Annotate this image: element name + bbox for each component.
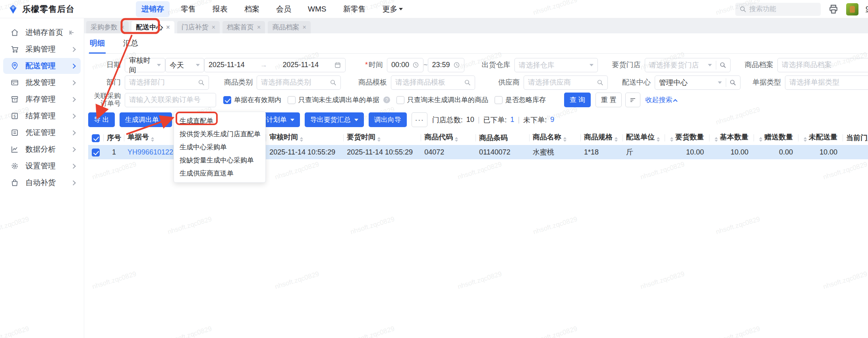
col-product-code[interactable]: 商品代码: [421, 131, 476, 145]
category-input[interactable]: [257, 75, 341, 90]
warehouse-select[interactable]: 请选择仓库: [514, 58, 598, 72]
menu-item-generate-center-purchase[interactable]: 生成中心采购单: [174, 141, 265, 154]
sort-icon[interactable]: [377, 135, 381, 143]
select-all-checkbox[interactable]: [92, 134, 100, 142]
collapse-sidebar-icon[interactable]: [68, 29, 75, 36]
sort-icon[interactable]: [151, 135, 154, 143]
checkbox-no-transfer-product[interactable]: 只查询未生成调出单的商品: [396, 95, 488, 104]
collapse-search-link[interactable]: 收起搜索: [645, 95, 678, 104]
sidebar-item-delivery[interactable]: 配送管理: [3, 58, 81, 74]
close-icon[interactable]: ×: [257, 24, 261, 31]
tab-store-replenish[interactable]: 门店补货×: [177, 21, 220, 33]
global-search[interactable]: [735, 3, 821, 16]
checkbox-ignore-stock[interactable]: 是否忽略库存: [495, 95, 546, 104]
sort-icon[interactable]: [657, 135, 660, 143]
search-icon[interactable]: [198, 79, 205, 86]
nav-item-inventory[interactable]: 进销存: [136, 1, 170, 17]
doc-no-link[interactable]: YH99661012281: [128, 148, 181, 156]
more-actions-button[interactable]: ···: [412, 112, 427, 127]
menu-item-store-direct-by-supply-relation[interactable]: 按供货关系生成门店直配单: [174, 127, 265, 141]
template-input[interactable]: [391, 75, 475, 90]
tab-archive-home[interactable]: 档案首页×: [222, 21, 265, 33]
nav-item-more[interactable]: 更多: [377, 1, 408, 17]
close-icon[interactable]: ×: [121, 24, 124, 31]
export-demand-summary-button[interactable]: 导出要货汇总: [305, 112, 364, 127]
sidebar-item-settings[interactable]: 设置管理: [3, 158, 81, 174]
tab-product-archive[interactable]: 商品档案×: [268, 21, 310, 33]
nav-item-archives[interactable]: 档案: [239, 1, 265, 17]
checkbox-on-icon[interactable]: [223, 96, 231, 104]
menu-item-generate-direct-delivery[interactable]: 生成直配单: [174, 114, 265, 127]
start-time-picker[interactable]: 00:00: [387, 58, 423, 72]
nav-item-wms[interactable]: WMS: [302, 2, 332, 16]
export-button[interactable]: 导 出: [88, 112, 115, 127]
search-icon[interactable]: [330, 79, 336, 86]
col-spec[interactable]: 商品规格: [581, 131, 623, 145]
sidebar-item-analytics[interactable]: 数据分析: [3, 141, 81, 157]
checkbox-doc-valid[interactable]: 单据在有效期内: [223, 95, 281, 104]
nav-item-new-retail[interactable]: 新零售: [337, 1, 371, 17]
row-checkbox[interactable]: [92, 149, 100, 156]
sort-icon[interactable]: [715, 135, 718, 143]
subtab-summary[interactable]: 汇总: [122, 37, 139, 53]
printer-icon[interactable]: [828, 4, 839, 15]
sidebar-item-voucher[interactable]: 凭证管理: [3, 125, 81, 141]
sidebar-item-purchase[interactable]: 采购管理: [3, 41, 81, 57]
col-product-name[interactable]: 商品名称: [530, 131, 581, 145]
transfer-wizard-button[interactable]: 调出向导: [369, 112, 407, 127]
checkbox-off-icon[interactable]: [288, 96, 296, 104]
close-icon[interactable]: ×: [302, 24, 306, 31]
col-undelivered-qty[interactable]: 未配送量: [798, 131, 843, 145]
product-input[interactable]: [777, 58, 868, 72]
col-audit-time[interactable]: 审核时间: [266, 131, 344, 145]
date-preset-select[interactable]: 今天: [165, 58, 204, 72]
nav-item-reports[interactable]: 报表: [207, 1, 233, 17]
close-icon[interactable]: ×: [212, 24, 215, 31]
col-base-qty[interactable]: 基本数量: [709, 131, 754, 145]
dept-input[interactable]: [125, 75, 209, 90]
search-icon[interactable]: [719, 62, 726, 68]
search-icon[interactable]: [597, 79, 603, 86]
sidebar-item-wholesale[interactable]: 批发管理: [3, 75, 81, 91]
sidebar-item-inventory-mgmt[interactable]: 库存管理: [3, 91, 81, 107]
search-icon[interactable]: [729, 79, 736, 86]
subtab-detail[interactable]: 明细: [89, 37, 106, 54]
col-unit[interactable]: 配送单位: [623, 131, 665, 145]
sort-icon[interactable]: [804, 135, 807, 143]
col-demand-qty[interactable]: 要货数量: [665, 131, 709, 145]
tab-delivery-center[interactable]: 配送中心×: [131, 21, 174, 33]
doctype-input[interactable]: [785, 75, 868, 90]
generate-transfer-out-button[interactable]: 生成调出单: [120, 112, 172, 127]
po-input[interactable]: [125, 93, 216, 107]
close-icon[interactable]: ×: [166, 24, 170, 31]
sidebar-item-settlement[interactable]: $ 结算管理: [3, 108, 81, 124]
tab-purchase-params[interactable]: 采购参数×: [86, 21, 129, 33]
end-time-picker[interactable]: 23:59: [428, 58, 464, 72]
column-settings-button[interactable]: [625, 93, 640, 107]
col-gift-qty[interactable]: 赠送数量: [754, 131, 798, 145]
checkbox-off-icon[interactable]: [495, 96, 503, 104]
supplier-input[interactable]: [524, 75, 608, 90]
center-select[interactable]: 管理中心: [655, 75, 740, 90]
nav-item-members[interactable]: 会员: [271, 1, 297, 17]
store-select[interactable]: 请选择要货门店: [645, 58, 731, 72]
user-avatar[interactable]: [846, 3, 858, 15]
sidebar-item-home[interactable]: 进销存首页: [3, 25, 81, 41]
sort-icon[interactable]: [455, 135, 458, 143]
checkbox-off-icon[interactable]: [396, 96, 404, 104]
date-range-picker[interactable]: 2025-11-14 → 2025-11-14: [204, 58, 346, 72]
checkbox-no-transfer-doc[interactable]: 只查询未生成调出单的单据?: [288, 95, 390, 104]
sort-icon[interactable]: [670, 135, 673, 143]
nav-item-retail[interactable]: 零售: [175, 1, 201, 17]
search-icon[interactable]: [464, 79, 471, 86]
sort-icon[interactable]: [615, 135, 618, 143]
reset-button[interactable]: 重 置: [595, 93, 622, 107]
date-type-select[interactable]: 审核时间: [125, 58, 165, 72]
global-search-input[interactable]: [749, 5, 809, 13]
sidebar-item-auto-replenish[interactable]: 自动补货: [3, 175, 81, 191]
sort-icon[interactable]: [563, 135, 566, 143]
sort-icon[interactable]: [759, 135, 762, 143]
col-demand-time[interactable]: 要货时间: [344, 131, 421, 145]
sort-icon[interactable]: [300, 135, 303, 143]
menu-item-center-purchase-by-shortage[interactable]: 按缺货量生成中心采购单: [174, 154, 265, 167]
